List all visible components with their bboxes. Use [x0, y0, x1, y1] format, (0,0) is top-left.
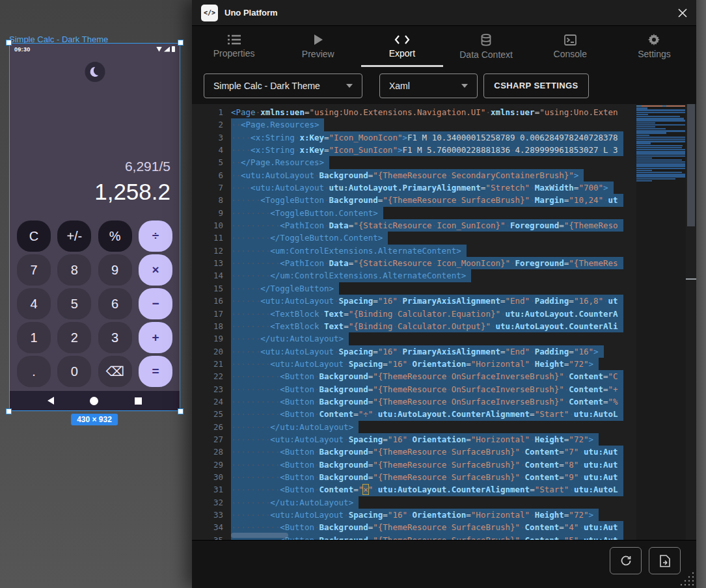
calc-key-8[interactable]: 8: [57, 254, 91, 286]
code-line: ········<um:ControlExtensions.AlternateC…: [231, 245, 634, 257]
calc-key-4[interactable]: 4: [17, 288, 51, 319]
code-line: ········</ToggleButton.Content>: [231, 232, 634, 244]
editor-horizontal-scrollbar[interactable]: [231, 532, 634, 539]
calc-key-.[interactable]: .: [17, 356, 51, 387]
line-number: 15: [192, 282, 223, 295]
vertical-scrollbar-thumb[interactable]: [687, 104, 695, 226]
uno-platform-panel: </> Uno Platform Properties Preview: [192, 0, 706, 588]
line-number: 18: [192, 320, 223, 332]
selection-handle-top-right[interactable]: [178, 40, 183, 46]
calc-key-1[interactable]: 1: [17, 322, 51, 353]
calc-key-×[interactable]: ×: [139, 254, 172, 286]
theme-select[interactable]: Simple Calc - Dark Theme: [204, 74, 362, 98]
tab-export[interactable]: Export: [360, 26, 444, 67]
calculator-equation: 6,291/5: [94, 158, 170, 175]
calculator-keypad: C+/-%÷789×456−123+.0⌫=: [17, 220, 172, 387]
editor-vertical-scrollbar[interactable]: [686, 104, 696, 540]
code-line: ········<utu:AutoLayout·Spacing="16"·Ori…: [231, 358, 634, 370]
nav-home-icon[interactable]: [90, 397, 98, 405]
calc-key-+/-[interactable]: +/-: [57, 220, 91, 252]
calc-key-÷[interactable]: ÷: [139, 220, 172, 252]
wifi-icon: [156, 47, 162, 52]
tab-data-context[interactable]: Data Context: [444, 26, 528, 67]
format-select[interactable]: Xaml: [379, 74, 478, 98]
calc-key-−[interactable]: −: [139, 288, 172, 319]
code-line: ····<x:String·x:Key="Icon_MoonIcon">F1·M…: [231, 131, 634, 144]
calc-key-C[interactable]: C: [17, 220, 51, 252]
code-line: ······<utu:AutoLayout·Spacing="16"·Prima…: [231, 295, 634, 307]
tab-properties[interactable]: Properties: [192, 26, 276, 67]
status-icons: [156, 46, 175, 52]
code-line: <Page·xmlns:uen="using:Uno.Extensions.Na…: [231, 106, 634, 118]
code-line: ··········<Button·Background="{ThemeReso…: [231, 383, 634, 395]
code-line: ······<utu:AutoLayout·Spacing="16"·Prima…: [231, 345, 634, 358]
code-line: ········</utu:AutoLayout>: [231, 421, 634, 433]
line-number: 16: [192, 295, 223, 307]
close-icon: [678, 8, 687, 18]
design-canvas[interactable]: Simple Calc - Dark Theme 09:30 6,291/5 1…: [0, 0, 192, 588]
close-button[interactable]: [675, 6, 690, 20]
calc-key-0[interactable]: 0: [57, 356, 91, 387]
phone-status-bar: 09:30: [10, 44, 180, 55]
line-number: 28: [192, 446, 223, 458]
line-number: 1: [192, 106, 223, 118]
keypad-row: 123+: [17, 322, 172, 353]
code-line: ······</ToggleButton>: [231, 282, 634, 295]
terminal-icon: [564, 34, 577, 46]
code-line: ··<utu:AutoLayout·Background="{ThemeReso…: [231, 169, 634, 181]
tab-label: Preview: [302, 49, 334, 59]
scrollbar-marker: [686, 278, 696, 280]
export-file-button[interactable]: [649, 547, 681, 574]
line-number: 19: [192, 332, 223, 345]
selection-handle-bottom-left[interactable]: [6, 408, 12, 414]
tab-console[interactable]: Console: [528, 26, 612, 67]
calc-key-5[interactable]: 5: [57, 288, 91, 319]
file-export-icon: [660, 555, 670, 567]
code-line: ··········<Button·Background="{ThemeReso…: [231, 446, 634, 458]
line-number: 25: [192, 408, 223, 420]
calc-key-2[interactable]: 2: [57, 322, 91, 353]
line-number: 14: [192, 269, 223, 282]
calc-key-9[interactable]: 9: [98, 254, 132, 286]
selection-handle-bottom-right[interactable]: [178, 408, 183, 414]
code-line: ······</utu:AutoLayout>: [231, 332, 634, 345]
cell-signal-icon: [164, 47, 170, 52]
editor-minimap[interactable]: [636, 104, 686, 540]
database-icon: [481, 34, 491, 46]
app-window: Simple Calc - Dark Theme 09:30 6,291/5 1…: [0, 0, 706, 588]
calc-key-⌫[interactable]: ⌫: [98, 356, 132, 387]
tab-settings[interactable]: Settings: [612, 26, 696, 67]
nav-recent-icon[interactable]: [135, 397, 142, 405]
code-line: ····<utu:AutoLayout·utu:AutoLayout.Prima…: [231, 181, 634, 194]
line-number: 10: [192, 219, 223, 232]
phone-artboard[interactable]: 09:30 6,291/5 1,258.2 C+/-%÷789×456−123+…: [9, 43, 180, 411]
selection-handle-top-left[interactable]: [6, 40, 12, 46]
code-line: ········<TextBlock·Text="{Binding·Calcul…: [231, 320, 634, 332]
code-line: ····<x:String·x:Key="Icon_SunIcon">F1·M·…: [231, 144, 634, 156]
android-nav-bar: [10, 391, 180, 410]
calc-key-+[interactable]: +: [139, 322, 172, 353]
calc-key-=[interactable]: =: [139, 356, 172, 387]
line-number: 32: [192, 496, 223, 509]
theme-toggle-button[interactable]: [85, 62, 105, 82]
code-content[interactable]: <Page·xmlns:uen="using:Uno.Extensions.Na…: [231, 106, 634, 540]
refresh-button[interactable]: [610, 547, 642, 574]
calc-key-%[interactable]: %: [98, 220, 132, 252]
csharp-settings-button[interactable]: CSHARP SETTINGS: [483, 74, 589, 98]
line-number: 35: [192, 534, 223, 540]
window-scrollbar[interactable]: [696, 0, 706, 588]
code-brackets-icon: [394, 34, 410, 45]
calc-key-6[interactable]: 6: [98, 288, 132, 319]
code-line: ··········<Button·Background="{ThemeReso…: [231, 459, 634, 471]
horizontal-scrollbar-thumb[interactable]: [231, 533, 288, 538]
nav-back-icon[interactable]: [48, 397, 54, 405]
line-number: 3: [192, 131, 223, 144]
calc-key-7[interactable]: 7: [17, 254, 51, 286]
panel-title-bar: </> Uno Platform: [192, 0, 706, 26]
line-number: 29: [192, 459, 223, 471]
code-editor[interactable]: 1234567891011121314151617181920212223242…: [192, 104, 696, 540]
tab-preview[interactable]: Preview: [276, 26, 360, 67]
calc-key-3[interactable]: 3: [98, 322, 132, 353]
line-number: 30: [192, 471, 223, 483]
resize-grip[interactable]: [679, 571, 695, 587]
